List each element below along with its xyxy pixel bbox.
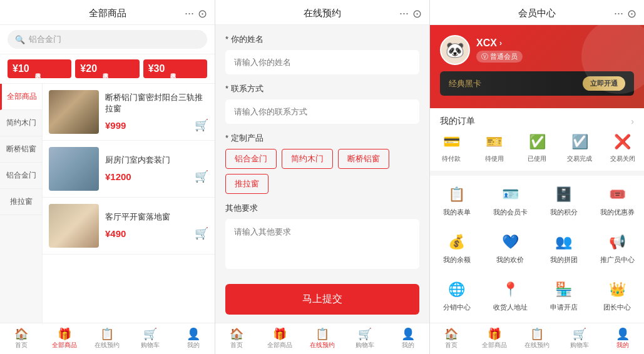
panel3-nav-home[interactable]: 🏠 首页 <box>430 323 473 354</box>
func-coupons[interactable]: 🎟️ 我的优惠券 <box>591 176 645 223</box>
category-sliding-window[interactable]: 推拉窗 <box>0 189 42 215</box>
func-member-card[interactable]: 🪪 我的会员卡 <box>484 176 538 223</box>
panel1-nav-reservation[interactable]: 📋 在线预约 <box>86 323 129 354</box>
target-icon-3[interactable]: ⊙ <box>627 7 636 21</box>
panel1-nav-home[interactable]: 🏠 首页 <box>0 323 43 354</box>
pending-use-icon: 🎫 <box>484 132 504 152</box>
avatar[interactable]: 🐼 <box>440 35 470 65</box>
category-aluminum-door[interactable]: 铝合金门 <box>0 163 42 189</box>
panel3-nav-cart[interactable]: 🛒 购物车 <box>558 323 601 354</box>
tag-sliding[interactable]: 推拉窗 <box>225 174 268 194</box>
more-icon-3[interactable]: ··· <box>614 7 623 20</box>
product-label: * 定制产品 <box>225 133 419 144</box>
coupon-bar: ¥10 示例优惠券 ¥20 示例优惠券 ¥30 示例优惠券 <box>0 54 215 84</box>
home-icon-3: 🏠 <box>444 328 458 340</box>
member-info-row: 🐼 XCX › Ⓥ 普通会员 <box>440 35 634 65</box>
product-img-1 <box>49 90 99 134</box>
panel3-nav-my[interactable]: 👤 我的 <box>601 323 644 354</box>
product-item-1[interactable]: 断桥铝门窗密封阳台三轨推拉窗 ¥999 🛒 <box>43 84 215 141</box>
product-price-row-2: ¥1200 🛒 <box>105 169 208 183</box>
panel1-bottom-nav: 🏠 首页 🎁 全部商品 📋 在线预约 🛒 购物车 👤 我的 <box>0 323 215 354</box>
nav-reservation-label: 在线预约 <box>95 341 120 350</box>
panel1-nav-my[interactable]: 👤 我的 <box>171 323 215 354</box>
other-textarea[interactable] <box>225 219 419 269</box>
search-input-field[interactable]: 🔍 铝合金门 <box>8 30 207 49</box>
func-discount[interactable]: 💙 我的欢价 <box>484 223 538 271</box>
search-bar: 🔍 铝合金门 <box>0 25 215 54</box>
add-to-cart-3[interactable]: 🛒 <box>195 226 208 240</box>
coupon-2[interactable]: ¥20 示例优惠券 <box>75 59 139 78</box>
nav-home-label: 首页 <box>15 341 28 350</box>
coupon-3[interactable]: ¥30 示例优惠券 <box>143 59 207 78</box>
func-address[interactable]: 📍 收货人地址 <box>484 271 538 318</box>
add-to-cart-1[interactable]: 🛒 <box>195 118 208 132</box>
add-to-cart-2[interactable]: 🛒 <box>195 169 208 183</box>
panel1-nav-products[interactable]: 🎁 全部商品 <box>43 323 86 354</box>
pending-pay-icon: 💳 <box>441 132 461 152</box>
order-section: 我的订单 › 💳 待付款 🎫 待使用 ✅ 已使用 ☑️ 交易完成 <box>430 108 644 171</box>
product-price-row-3: ¥490 🛒 <box>105 226 208 240</box>
func-open-store[interactable]: 🏪 申请开店 <box>537 271 591 318</box>
panel3-nav-reservation[interactable]: 📋 在线预约 <box>516 323 558 354</box>
panel1-header: 全部商品 ··· ⊙ <box>0 0 215 25</box>
member-name[interactable]: XCX › <box>476 38 523 49</box>
panel2-nav-cart[interactable]: 🛒 购物车 <box>344 323 386 354</box>
vip-icon: Ⓥ <box>481 52 488 61</box>
p2-nav-reservation-label: 在线预约 <box>310 341 335 350</box>
category-bridge-window[interactable]: 断桥铝窗 <box>0 136 42 163</box>
panel2-nav-home[interactable]: 🏠 首页 <box>215 323 258 354</box>
func-distribution[interactable]: 🌐 分销中心 <box>430 271 484 318</box>
panel-all-products: 全部商品 ··· ⊙ 🔍 铝合金门 ¥10 示例优惠券 ¥20 示例优惠券 ¥3… <box>0 0 215 354</box>
panel2-nav-products[interactable]: 🎁 全部商品 <box>258 323 300 354</box>
func-balance[interactable]: 💰 我的余额 <box>430 223 484 271</box>
func-my-form[interactable]: 📋 我的表单 <box>430 176 484 223</box>
coupon-1[interactable]: ¥10 示例优惠券 <box>8 59 71 78</box>
func-group-buy[interactable]: 👥 我的拼团 <box>537 223 591 271</box>
target-icon[interactable]: ⊙ <box>198 7 207 21</box>
cart-icon-3: 🛒 <box>573 328 586 340</box>
tag-aluminum[interactable]: 铝合金门 <box>225 149 277 169</box>
more-icon-2[interactable]: ··· <box>399 7 409 20</box>
order-closed[interactable]: ❌ 交易关闭 <box>601 132 644 163</box>
order-more-arrow[interactable]: › <box>631 116 634 126</box>
more-icon[interactable]: ··· <box>185 7 194 20</box>
p2-nav-my-label: 我的 <box>402 341 414 350</box>
contact-input[interactable] <box>225 99 419 124</box>
contact-section: * 联系方式 <box>225 83 419 124</box>
order-pending-pay[interactable]: 💳 待付款 <box>430 132 473 163</box>
member-card-icon: 🪪 <box>500 185 520 205</box>
panel1-nav-cart[interactable]: 🛒 购物车 <box>129 323 172 354</box>
func-promoter[interactable]: 📢 推广员中心 <box>591 223 645 271</box>
func-extra-3[interactable]: ⭐ <box>537 318 591 323</box>
submit-button[interactable]: 马上提交 <box>225 284 419 315</box>
search-text: 铝合金门 <box>29 34 61 45</box>
product-section: * 定制产品 铝合金门 简约木门 断桥铝窗 推拉窗 <box>225 133 419 194</box>
product-item-2[interactable]: 厨房门室内套装门 ¥1200 🛒 <box>43 141 215 198</box>
open-store-icon: 🏪 <box>554 280 574 300</box>
product-item-3[interactable]: 客厅平开窗落地窗 ¥490 🛒 <box>43 198 215 255</box>
complete-icon: ☑️ <box>570 132 590 152</box>
order-pending-use[interactable]: 🎫 待使用 <box>473 132 515 163</box>
category-wood-door[interactable]: 简约木门 <box>0 110 42 136</box>
func-extra-1[interactable]: 📤 <box>430 318 484 323</box>
panel2-header: 在线预约 ··· ⊙ <box>215 0 429 25</box>
panel3-nav-products[interactable]: 🎁 全部商品 <box>473 323 515 354</box>
func-points[interactable]: 🗄️ 我的积分 <box>537 176 591 223</box>
tag-wood-door[interactable]: 简约木门 <box>282 149 333 169</box>
func-extra-2[interactable]: 🏷️ <box>484 318 538 323</box>
order-icons-row: 💳 待付款 🎫 待使用 ✅ 已使用 ☑️ 交易完成 ❌ 交易关闭 <box>430 129 644 171</box>
tag-bridge-window[interactable]: 断桥铝窗 <box>338 149 389 169</box>
panel2-nav-reservation[interactable]: 📋 在线预约 <box>301 323 344 354</box>
cart-icon: 🛒 <box>143 328 157 340</box>
category-all[interactable]: 全部商品 <box>0 84 42 110</box>
order-complete[interactable]: ☑️ 交易完成 <box>558 132 601 163</box>
func-leader[interactable]: 👑 团长中心 <box>591 271 645 318</box>
reservation-icon-2: 📋 <box>315 328 329 340</box>
black-card-button[interactable]: 立即开通 <box>583 76 625 91</box>
member-content: 我的订单 › 💳 待付款 🎫 待使用 ✅ 已使用 ☑️ 交易完成 <box>430 108 644 323</box>
panel2-nav-my[interactable]: 👤 我的 <box>387 323 429 354</box>
order-used[interactable]: ✅ 已使用 <box>516 132 558 163</box>
search-icon: 🔍 <box>15 35 25 44</box>
name-input[interactable] <box>225 50 419 74</box>
target-icon-2[interactable]: ⊙ <box>412 7 422 21</box>
